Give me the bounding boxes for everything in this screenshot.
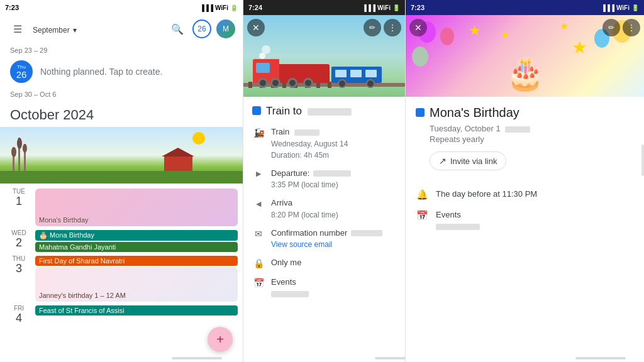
date-redacted xyxy=(505,126,530,133)
departure-icon: ▶ xyxy=(252,168,265,180)
week-item-thu26[interactable]: Thu 26 Nothing planned. Tap to create. xyxy=(0,55,243,88)
autumn-illustration xyxy=(0,127,243,184)
tie1 xyxy=(248,82,252,88)
calendar-value-bday-redacted xyxy=(436,224,480,230)
day-abbr-thu3: Thu xyxy=(13,256,26,262)
train-event-title: Train to xyxy=(266,104,352,118)
wheel-1 xyxy=(258,78,268,88)
arrival-row: ◀ Arriva 8:20 PM (local time) xyxy=(252,197,396,221)
arrival-detail: Arriva 8:20 PM (local time) xyxy=(271,197,338,221)
day-row-oct1: Tue 1 Mona's Birthday xyxy=(0,186,243,228)
share-icon: ↗ xyxy=(439,156,447,166)
day-row-oct4: Fri 4 Feast of St Francis of Assisi xyxy=(0,303,243,327)
event-chip-navratri[interactable]: First Day of Sharad Navratri xyxy=(35,256,238,266)
invite-via-link-button[interactable]: ↗ Invite via link xyxy=(430,151,506,170)
search-icon[interactable]: 🔍 xyxy=(167,19,187,39)
nothing-planned-text: Nothing planned. Tap to create. xyxy=(40,67,162,77)
event-chip-gandhi[interactable]: Mahatma Gandhi Jayanti xyxy=(35,242,238,252)
event-chip-mona-bday[interactable]: 🎂 Mona Birthday xyxy=(35,230,238,241)
train-duration: Duration: 4h 45m xyxy=(271,150,348,161)
day-events-oct3: First Day of Sharad Navratri Janney's bi… xyxy=(35,255,238,302)
loco-window xyxy=(256,63,270,73)
day-num-4: 4 xyxy=(16,312,22,326)
birthday-card-label: Mona's Birthday xyxy=(39,216,89,224)
calendar-header: ☰ September ▾ 🔍 26 M xyxy=(0,15,243,43)
today-button[interactable]: 26 xyxy=(192,19,211,38)
train-action-buttons: ✏ ⋮ xyxy=(364,19,401,36)
edit-train-button[interactable]: ✏ xyxy=(364,19,381,36)
close-icon: ✕ xyxy=(252,23,260,33)
status-time: 7:23 xyxy=(5,4,19,11)
signal-icon-bday: ▐▐▐ xyxy=(601,4,614,11)
reminder-text: The day before at 11:30 PM xyxy=(436,188,537,200)
arrival-icon: ◀ xyxy=(252,197,265,210)
reed-3 xyxy=(24,144,26,172)
month-section-october: October 2024 Tue xyxy=(0,99,243,327)
signal-icon-train: ▐▐▐ xyxy=(362,4,375,11)
wifi-icon-train: WiFi xyxy=(377,4,391,11)
train-date: Wednesday, August 14 xyxy=(271,138,348,150)
star-2: ★ xyxy=(560,20,569,32)
scroll-indicator-calendar xyxy=(172,357,222,359)
departure-row: ▶ Departure: 3:35 PM (local time) xyxy=(252,167,396,191)
birthday-repeats: Repeats yearly xyxy=(416,134,634,144)
birthday-date: Tuesday, October 1 xyxy=(416,124,634,133)
more-birthday-button[interactable]: ⋮ xyxy=(623,19,640,36)
birthday-reminder-row: 🔔 The day before at 11:30 PM xyxy=(416,188,634,201)
balloon-green xyxy=(412,47,428,67)
more-icon: ⋮ xyxy=(389,23,396,32)
avatar[interactable]: M xyxy=(216,19,235,38)
calendar-month-title[interactable]: September ▾ xyxy=(33,22,162,36)
confirmation-detail: Confirmation number View source email xyxy=(271,227,382,251)
day-abbr-tue: Tue xyxy=(13,189,25,195)
car-window-2 xyxy=(350,70,362,77)
confirmation-redacted xyxy=(351,230,382,236)
arrival-time: 8:20 PM (local time) xyxy=(271,209,338,221)
sparkle-icon: ✦ xyxy=(500,28,511,43)
side-handle xyxy=(641,145,644,176)
calendar-panel: 7:23 ▐▐▐ WiFi 🔋 ☰ September ▾ 🔍 26 M Sep… xyxy=(0,0,243,362)
car-window-3 xyxy=(365,70,377,77)
car-wheel-2 xyxy=(366,79,375,88)
calendar-icon-train: 📅 xyxy=(252,277,265,289)
battery-icon-train: 🔋 xyxy=(392,4,400,11)
more-train-button[interactable]: ⋮ xyxy=(384,19,401,36)
event-card-janney[interactable]: Janney's birthday 1 – 12 AM xyxy=(35,267,238,302)
status-time-train: 7:24 xyxy=(248,4,262,11)
status-bar-calendar: 7:23 ▐▐▐ WiFi 🔋 xyxy=(0,0,243,15)
scroll-indicator-train xyxy=(375,357,406,359)
smoke-2 xyxy=(262,45,270,54)
day-circle-26: Thu 26 xyxy=(10,60,33,83)
day-num-1: 1 xyxy=(16,195,22,209)
scroll-indicator-birthday xyxy=(575,357,626,359)
edit-icon-bday: ✏ xyxy=(608,23,614,32)
train-title-row: Train to xyxy=(252,104,396,118)
calendar-row-train: 📅 Events xyxy=(252,276,396,300)
edit-birthday-button[interactable]: ✏ xyxy=(602,19,620,36)
dropdown-icon[interactable]: ▾ xyxy=(73,25,77,34)
star-1: ★ xyxy=(469,23,481,39)
title-redacted-block xyxy=(308,108,352,116)
arrival-label: Arriva xyxy=(271,197,338,209)
menu-icon[interactable]: ☰ xyxy=(8,19,28,39)
invite-label: Invite via link xyxy=(450,156,497,166)
star-3: ★ xyxy=(572,37,587,58)
plus-icon: + xyxy=(216,332,224,347)
create-event-fab[interactable]: + xyxy=(208,327,233,352)
birthday-calendar-row: 📅 Events xyxy=(416,209,634,233)
close-train-button[interactable]: ✕ xyxy=(247,19,265,36)
close-birthday-button[interactable]: ✕ xyxy=(409,19,427,36)
lock-icon: 🔒 xyxy=(252,257,265,270)
event-chip-francis[interactable]: Feast of St Francis of Assisi xyxy=(35,305,238,315)
reed-2 xyxy=(18,138,20,172)
birthday-card-mona[interactable]: Mona's Birthday xyxy=(35,189,238,226)
janney-card-label: Janney's birthday 1 – 12 AM xyxy=(39,292,126,299)
wheel-3 xyxy=(287,78,297,88)
train-cars xyxy=(331,67,382,83)
confirmation-row: ✉ Confirmation number View source email xyxy=(252,227,396,251)
train-event-panel: 7:24 ▐▐▐ WiFi 🔋 xyxy=(243,0,405,362)
day-info-2: Wed 2 xyxy=(5,229,33,250)
reed-1 xyxy=(13,147,14,172)
birthday-event-title: Mona's Birthday xyxy=(430,106,519,120)
view-source-link[interactable]: View source email xyxy=(271,239,382,250)
